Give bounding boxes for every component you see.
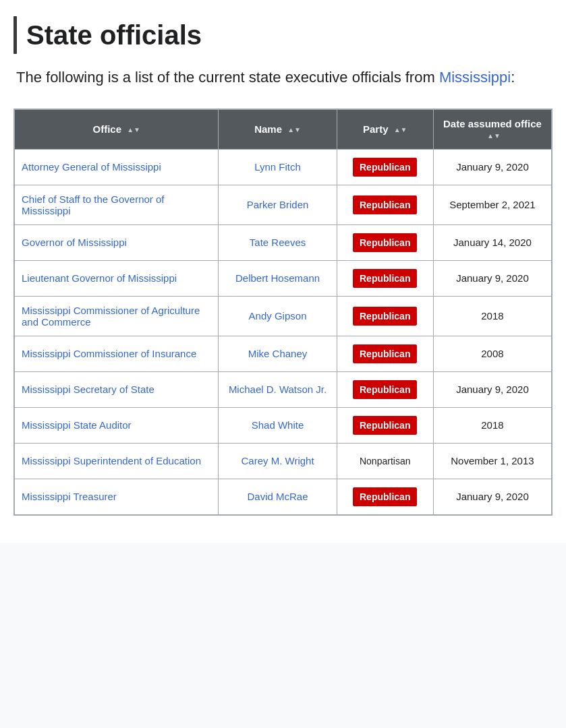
intro-paragraph: The following is a list of the current s… [13, 67, 553, 88]
sort-arrows-date: ▲▼ [487, 133, 501, 140]
table-row: Mississippi TreasurerDavid McRaeRepublic… [15, 479, 552, 514]
party-badge: Nonpartisan [353, 452, 418, 471]
party-cell: Republican [337, 185, 433, 224]
office-link[interactable]: Lieutenant Governor of Mississippi [22, 272, 177, 284]
table-body: Attorney General of MississippiLynn Fitc… [15, 149, 552, 514]
office-cell: Chief of Staff to the Governor of Missis… [15, 185, 219, 224]
date-cell: January 9, 2020 [433, 260, 551, 296]
table-row: Attorney General of MississippiLynn Fitc… [15, 149, 552, 185]
name-link[interactable]: Tate Reeves [250, 237, 306, 248]
name-cell: Carey M. Wright [219, 443, 337, 479]
name-link[interactable]: Lynn Fitch [254, 161, 301, 173]
name-cell: David McRae [219, 479, 337, 514]
party-cell: Republican [337, 336, 433, 371]
party-badge: Republican [353, 380, 417, 399]
name-cell: Tate Reeves [219, 224, 337, 260]
party-cell: Republican [337, 149, 433, 185]
party-badge: Republican [353, 307, 417, 326]
party-cell: Nonpartisan [337, 443, 433, 479]
party-cell: Republican [337, 224, 433, 260]
name-link[interactable]: Shad White [252, 419, 304, 431]
page-title: State officials [26, 16, 202, 54]
intro-text-before: The following is a list of the current s… [16, 69, 439, 86]
name-cell: Mike Chaney [219, 336, 337, 371]
name-link[interactable]: Delbert Hosemann [235, 272, 320, 284]
table-row: Lieutenant Governor of MississippiDelber… [15, 260, 552, 296]
table-row: Chief of Staff to the Governor of Missis… [15, 185, 552, 224]
party-badge: Republican [353, 195, 417, 214]
date-cell: January 9, 2020 [433, 149, 551, 185]
intro-text-after: : [511, 69, 515, 86]
section-heading: State officials [13, 16, 553, 54]
name-cell: Parker Briden [219, 185, 337, 224]
date-cell: January 9, 2020 [433, 371, 551, 407]
name-link[interactable]: Parker Briden [247, 199, 309, 210]
column-header-name[interactable]: Name ▲▼ [219, 109, 337, 149]
party-cell: Republican [337, 296, 433, 336]
office-cell: Governor of Mississippi [15, 224, 219, 260]
office-link[interactable]: Mississippi Commissioner of Agriculture … [22, 305, 200, 328]
name-link[interactable]: Mike Chaney [248, 348, 308, 359]
office-cell: Mississippi Commissioner of Insurance [15, 336, 219, 371]
name-cell: Shad White [219, 407, 337, 443]
office-cell: Mississippi Treasurer [15, 479, 219, 514]
table-row: Mississippi Commissioner of Agriculture … [15, 296, 552, 336]
name-link[interactable]: Andy Gipson [249, 310, 307, 322]
name-link[interactable]: David McRae [248, 491, 308, 502]
office-cell: Mississippi State Auditor [15, 407, 219, 443]
name-link[interactable]: Carey M. Wright [242, 455, 314, 466]
officials-table-wrapper: Office ▲▼ Name ▲▼ Party ▲▼ Date assumed … [13, 109, 553, 516]
office-cell: Attorney General of Mississippi [15, 149, 219, 185]
office-cell: Mississippi Secretary of State [15, 371, 219, 407]
date-cell: January 9, 2020 [433, 479, 551, 514]
date-cell: 2018 [433, 407, 551, 443]
office-cell: Lieutenant Governor of Mississippi [15, 260, 219, 296]
office-link[interactable]: Attorney General of Mississippi [22, 161, 161, 173]
column-header-office[interactable]: Office ▲▼ [15, 109, 219, 149]
party-cell: Republican [337, 371, 433, 407]
table-row: Governor of MississippiTate ReevesRepubl… [15, 224, 552, 260]
date-cell: January 14, 2020 [433, 224, 551, 260]
date-cell: November 1, 2013 [433, 443, 551, 479]
name-cell: Andy Gipson [219, 296, 337, 336]
party-badge: Republican [353, 416, 417, 435]
table-row: Mississippi State AuditorShad WhiteRepub… [15, 407, 552, 443]
date-cell: 2008 [433, 336, 551, 371]
office-link[interactable]: Mississippi Treasurer [22, 491, 117, 502]
mississippi-link[interactable]: Mississippi [439, 69, 511, 86]
office-link[interactable]: Mississippi Commissioner of Insurance [22, 348, 196, 359]
office-cell: Mississippi Commissioner of Agriculture … [15, 296, 219, 336]
heading-bar [13, 16, 17, 54]
date-cell: September 2, 2021 [433, 185, 551, 224]
party-badge: Republican [353, 233, 417, 252]
date-cell: 2018 [433, 296, 551, 336]
party-cell: Republican [337, 479, 433, 514]
name-cell: Delbert Hosemann [219, 260, 337, 296]
column-header-date[interactable]: Date assumed office ▲▼ [433, 109, 551, 149]
name-cell: Michael D. Watson Jr. [219, 371, 337, 407]
office-link[interactable]: Mississippi Secretary of State [22, 384, 154, 395]
sort-arrows-name: ▲▼ [287, 127, 301, 133]
table-row: Mississippi Superintendent of EducationC… [15, 443, 552, 479]
table-header-row: Office ▲▼ Name ▲▼ Party ▲▼ Date assumed … [15, 109, 552, 149]
officials-table: Office ▲▼ Name ▲▼ Party ▲▼ Date assumed … [14, 109, 552, 515]
column-header-party[interactable]: Party ▲▼ [337, 109, 433, 149]
party-badge: Republican [353, 269, 417, 288]
page-container: State officials The following is a list … [0, 0, 566, 543]
party-badge: Republican [353, 344, 417, 363]
office-link[interactable]: Mississippi Superintendent of Education [22, 455, 201, 466]
office-link[interactable]: Mississippi State Auditor [22, 419, 132, 431]
sort-arrows-party: ▲▼ [394, 127, 407, 133]
office-link[interactable]: Governor of Mississippi [22, 237, 127, 248]
party-badge: Republican [353, 158, 417, 177]
party-cell: Republican [337, 260, 433, 296]
table-row: Mississippi Secretary of StateMichael D.… [15, 371, 552, 407]
name-link[interactable]: Michael D. Watson Jr. [229, 384, 327, 395]
sort-arrows-office: ▲▼ [127, 127, 140, 133]
office-cell: Mississippi Superintendent of Education [15, 443, 219, 479]
name-cell: Lynn Fitch [219, 149, 337, 185]
table-row: Mississippi Commissioner of InsuranceMik… [15, 336, 552, 371]
party-cell: Republican [337, 407, 433, 443]
party-badge: Republican [353, 487, 417, 506]
office-link[interactable]: Chief of Staff to the Governor of Missis… [22, 193, 165, 216]
